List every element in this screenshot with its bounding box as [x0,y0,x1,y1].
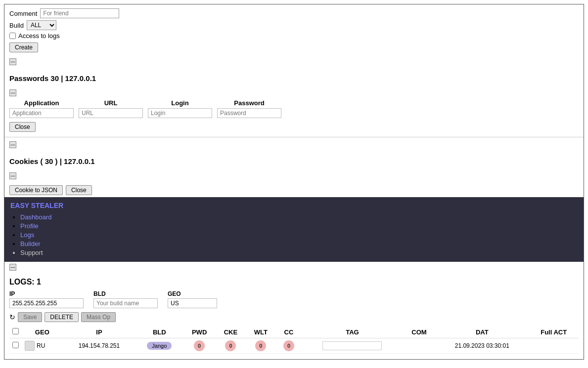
bld-filter-input[interactable] [93,298,158,308]
logs-minimize-icon[interactable]: — [9,264,16,271]
build-label: Build [9,22,24,29]
row-geo: RU [37,342,45,349]
row-dat: 21.09.2023 03:30:01 [435,338,529,354]
url-label: URL [104,99,118,107]
delete-button[interactable]: DELETE [45,312,79,322]
cookies-inner-minimize-icon[interactable]: — [9,172,16,179]
table-row: RU 194.154.78.251 Jango 0 0 0 [9,338,579,354]
application-filter-input[interactable] [9,108,74,118]
nav-profile[interactable]: Profile [20,222,39,230]
passwords-title: Passwords 30 | 127.0.0.1 [9,74,579,82]
brand-link[interactable]: EASY STEALER [10,202,578,209]
passwords-minimize-icon[interactable]: — [9,89,16,96]
cookies-minimize-icon[interactable]: — [9,141,16,148]
refresh-icon[interactable]: ↻ [9,313,15,321]
row-pwd: 0 [183,338,216,354]
login-label: Login [171,99,188,107]
row-cke: 0 [216,338,246,354]
minimize-icon[interactable]: — [9,58,16,65]
access-to-logs-label: Access to logs [18,32,60,40]
nav-dashboard[interactable]: Dashboard [20,213,52,221]
logs-title: LOGS: 1 [9,278,579,286]
passwords-close-button[interactable]: Close [9,122,36,132]
col-bld: BLD [136,326,183,338]
bld-badge: Jango [147,342,172,350]
password-filter-input[interactable] [217,108,281,118]
nav-support: Support [20,249,578,256]
col-cc: CC [276,326,302,338]
url-filter-input[interactable] [79,108,143,118]
bld-filter-label: BLD [93,290,158,297]
password-label: Password [234,99,264,107]
cookie-to-json-button[interactable]: Cookie to JSON [9,185,63,195]
col-pwd: PWD [183,326,216,338]
row-checkbox[interactable] [12,342,19,348]
row-com [403,338,436,354]
wlt-badge: 0 [255,340,266,351]
comment-label: Comment [9,10,37,17]
login-filter-input[interactable] [148,108,212,118]
col-checkbox [9,326,22,338]
pwd-badge: 0 [194,340,205,351]
geo-thumbnail [25,341,35,351]
col-tag: TAG [302,326,403,338]
ip-filter-label: IP [9,290,84,297]
comment-input[interactable] [40,8,119,18]
tag-input[interactable] [322,341,382,350]
cke-badge: 0 [225,340,236,351]
create-button[interactable]: Create [9,42,38,52]
ip-filter-input[interactable] [9,298,84,308]
build-select[interactable]: ALL Jango Test [27,20,56,30]
cookies-close-button[interactable]: Close [66,185,92,195]
row-wlt: 0 [246,338,276,354]
nav-builder[interactable]: Builder [20,240,40,247]
nav-bar: EASY STEALER Dashboard Profile Logs Buil… [4,197,584,262]
col-ip: IP [63,326,136,338]
access-to-logs-checkbox[interactable] [9,33,16,39]
col-full-act: Full ACT [529,326,579,338]
cookies-title: Cookies ( 30 ) | 127.0.0.1 [9,157,579,165]
row-geo-cell: RU [22,338,63,354]
nav-logs[interactable]: Logs [20,231,34,239]
mass-op-button[interactable]: Mass Op [81,312,116,322]
col-cke: CKE [216,326,246,338]
col-geo: GEO [22,326,63,338]
col-com: COM [403,326,436,338]
row-ip: 194.154.78.251 [63,338,136,354]
col-wlt: WLT [246,326,276,338]
col-dat: DAT [435,326,529,338]
row-tag[interactable] [302,338,403,354]
geo-filter-input[interactable] [168,298,217,308]
save-button[interactable]: Save [18,312,42,322]
row-full-act [529,338,579,354]
row-cc: 0 [276,338,302,354]
row-checkbox-cell[interactable] [9,338,22,354]
row-bld: Jango [136,338,183,354]
select-all-checkbox[interactable] [12,328,19,334]
cc-badge: 0 [283,340,294,351]
application-label: Application [24,99,59,107]
geo-filter-label: GEO [168,290,217,297]
